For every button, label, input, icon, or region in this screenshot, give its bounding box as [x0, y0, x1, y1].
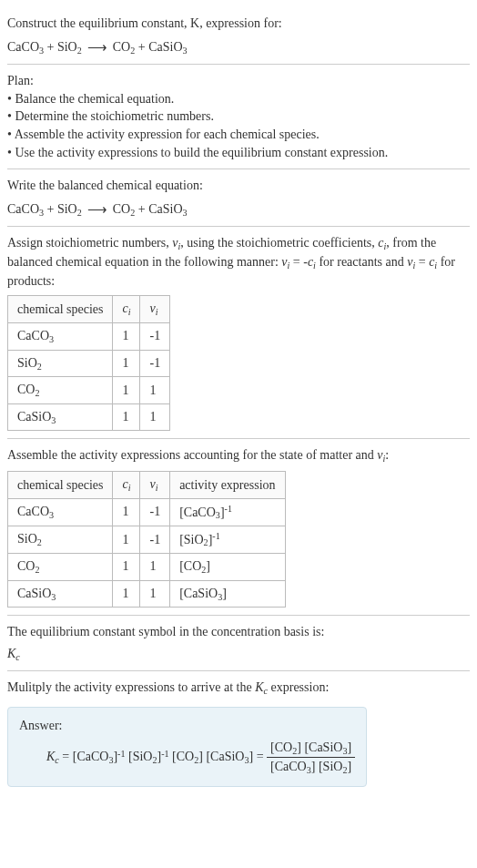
answer-text-b: expression:: [268, 680, 329, 694]
stoich-text-a: Assign stoichiometric numbers,: [7, 236, 172, 250]
table-row: chemical species ci νi activity expressi…: [8, 472, 286, 499]
cell-activity: [CO2]: [170, 553, 285, 580]
section-construct-k: Construct the equilibrium constant, K, e…: [7, 7, 470, 65]
cell-ci: 1: [113, 350, 140, 377]
cell-nui: -1: [140, 322, 170, 350]
cell-species: CO2: [8, 553, 113, 580]
cell-activity: [CaCO3]-1: [170, 498, 285, 526]
answer-prompt: Mulitply the activity expressions to arr…: [7, 679, 470, 698]
plan-bullet-3: • Assemble the activity expression for e…: [7, 126, 470, 144]
table-row: chemical species ci νi: [8, 296, 170, 323]
construct-k-text-a: Construct the equilibrium constant, K, e…: [7, 16, 282, 30]
table-row: SiO2 1 -1: [8, 350, 170, 377]
cell-ci: 1: [113, 322, 140, 350]
cell-ci: 1: [113, 377, 140, 404]
col-nui: νi: [140, 296, 170, 323]
plan-bullet-4: • Use the activity expressions to build …: [7, 144, 470, 162]
table-row: CaCO3 1 -1: [8, 322, 170, 350]
construct-k-prompt: Construct the equilibrium constant, K, e…: [7, 15, 470, 33]
cell-species: CaCO3: [8, 322, 113, 350]
kc-symbol-prompt: The equilibrium constant symbol in the c…: [7, 623, 470, 641]
answer-label: Answer:: [19, 717, 355, 735]
cell-activity: [SiO2]-1: [170, 526, 285, 553]
col-ci: ci: [113, 296, 140, 323]
stoich-text-b: , using the stoichiometric coefficients,: [180, 236, 378, 250]
cell-ci: 1: [113, 553, 140, 580]
section-answer: Mulitply the activity expressions to arr…: [7, 671, 470, 793]
cell-nui: -1: [140, 350, 170, 377]
cell-nui: 1: [140, 403, 170, 431]
col-species: chemical species: [8, 296, 113, 323]
table-row: SiO2 1 -1 [SiO2]-1: [8, 526, 286, 553]
answer-box: Answer: Kc = [CaCO3]-1 [SiO2]-1 [CO2] [C…: [7, 707, 367, 787]
cell-nui: -1: [140, 498, 170, 526]
table-row: CaSiO3 1 1 [CaSiO3]: [8, 580, 286, 608]
activity-prompt: Assemble the activity expressions accoun…: [7, 446, 470, 465]
reaction-arrow-icon: ⟶: [87, 37, 107, 57]
equation-unbalanced: CaCO3 + SiO2⟶CO2 + CaSiO3: [7, 36, 470, 57]
activity-text-a: Assemble the activity expressions accoun…: [7, 448, 377, 462]
plan-heading: Plan:: [7, 72, 470, 90]
section-balanced: Write the balanced chemical equation: Ca…: [7, 169, 470, 227]
cell-species: CaCO3: [8, 498, 113, 526]
col-activity: activity expression: [170, 472, 285, 499]
section-activity: Assemble the activity expressions accoun…: [7, 439, 470, 616]
section-plan: Plan: • Balance the chemical equation. •…: [7, 65, 470, 169]
cell-activity: [CaSiO3]: [170, 580, 285, 608]
kc-expression: Kc = [CaCO3]-1 [SiO2]-1 [CO2] [CaSiO3] =…: [19, 739, 355, 777]
activity-text-b: :: [385, 448, 389, 462]
section-kc-symbol: The equilibrium constant symbol in the c…: [7, 616, 470, 671]
equation-balanced: CaCO3 + SiO2⟶CO2 + CaSiO3: [7, 199, 470, 220]
cell-nui: 1: [140, 377, 170, 404]
section-stoich: Assign stoichiometric numbers, νi, using…: [7, 227, 470, 439]
stoich-prompt: Assign stoichiometric numbers, νi, using…: [7, 234, 470, 290]
col-ci: ci: [113, 472, 140, 499]
cell-species: CaSiO3: [8, 403, 113, 431]
activity-table: chemical species ci νi activity expressi…: [7, 471, 286, 608]
cell-species: SiO2: [8, 526, 113, 553]
fraction: [CO2] [CaSiO3] [CaCO3] [SiO2]: [267, 739, 355, 777]
cell-nui: 1: [140, 580, 170, 608]
cell-ci: 1: [113, 498, 140, 526]
cell-ci: 1: [113, 580, 140, 608]
kc-symbol: Kc: [7, 645, 470, 664]
table-row: CO2 1 1 [CO2]: [8, 553, 286, 580]
cell-species: CO2: [8, 377, 113, 404]
fraction-denominator: [CaCO3] [SiO2]: [267, 758, 355, 777]
cell-nui: 1: [140, 553, 170, 580]
balanced-prompt: Write the balanced chemical equation:: [7, 177, 470, 195]
col-species: chemical species: [8, 472, 113, 499]
fraction-numerator: [CO2] [CaSiO3]: [267, 739, 355, 759]
table-row: CaCO3 1 -1 [CaCO3]-1: [8, 498, 286, 526]
plan-bullet-2: • Determine the stoichiometric numbers.: [7, 107, 470, 126]
cell-nui: -1: [140, 526, 170, 553]
reaction-arrow-icon: ⟶: [87, 199, 107, 220]
stoich-table: chemical species ci νi CaCO3 1 -1 SiO2 1…: [7, 295, 170, 431]
cell-species: SiO2: [8, 350, 113, 377]
cell-species: CaSiO3: [8, 580, 113, 608]
cell-ci: 1: [113, 403, 140, 431]
table-row: CaSiO3 1 1: [8, 403, 170, 431]
col-nui: νi: [140, 472, 170, 499]
answer-text-a: Mulitply the activity expressions to arr…: [7, 680, 255, 694]
stoich-text-d: for reactants and: [316, 255, 407, 269]
table-row: CO2 1 1: [8, 377, 170, 404]
cell-ci: 1: [113, 526, 140, 553]
plan-bullet-1: • Balance the chemical equation.: [7, 90, 470, 108]
